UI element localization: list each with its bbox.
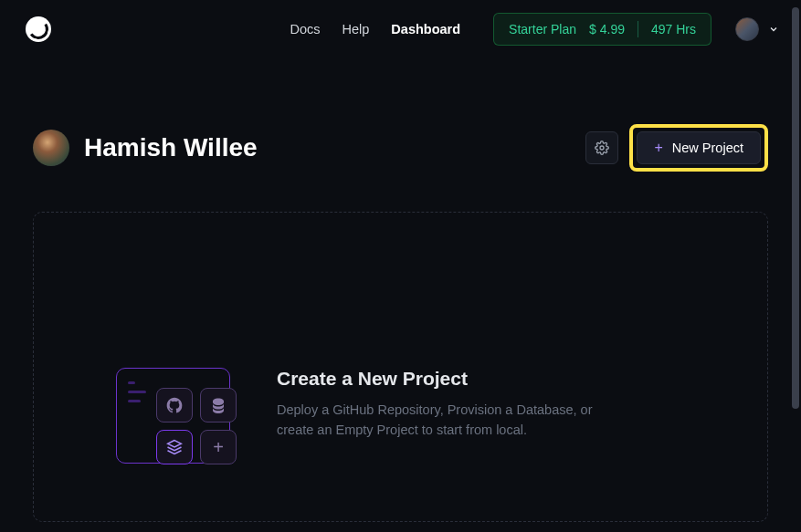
plus-icon: + [213, 437, 224, 458]
empty-title: Create a New Project [277, 368, 624, 390]
avatar [735, 17, 759, 41]
plan-price: $ 4.99 [589, 22, 625, 37]
page-title: Hamish Willee [84, 133, 258, 162]
nav-dashboard[interactable]: Dashboard [391, 22, 460, 37]
settings-button[interactable] [585, 131, 618, 164]
svg-marker-1 [168, 441, 182, 448]
empty-description: Deploy a GitHub Repository, Provision a … [277, 401, 624, 441]
new-project-label: New Project [672, 141, 743, 155]
github-icon [165, 396, 184, 414]
plan-hours: 497 Hrs [651, 22, 696, 37]
nav-docs[interactable]: Docs [290, 22, 320, 37]
plan-name: Starter Plan [509, 22, 576, 37]
main: Hamish Willee + New Project [0, 58, 801, 522]
new-project-button[interactable]: + New Project [637, 131, 761, 164]
user-menu[interactable] [735, 17, 779, 41]
plan-badge[interactable]: Starter Plan $ 4.99 497 Hrs [493, 13, 711, 46]
nav-links: Docs Help Dashboard [290, 22, 460, 37]
empty-state-panel: + Create a New Project Deploy a GitHub R… [33, 212, 768, 522]
empty-copy: Create a New Project Deploy a GitHub Rep… [277, 368, 624, 441]
gear-icon [595, 141, 609, 155]
empty-illustration: + [116, 368, 244, 473]
app-logo[interactable] [26, 16, 51, 42]
page-header: Hamish Willee + New Project [33, 124, 768, 172]
header-actions: + New Project [585, 124, 768, 172]
nav-help[interactable]: Help [343, 22, 370, 37]
chevron-down-icon [768, 24, 779, 35]
new-project-highlight: + New Project [629, 124, 768, 172]
svg-point-0 [600, 146, 604, 150]
topbar: Docs Help Dashboard Starter Plan $ 4.99 … [0, 0, 801, 58]
plan-separator [638, 21, 638, 37]
scrollbar[interactable] [792, 7, 799, 409]
database-icon [210, 397, 227, 413]
user-avatar-large [33, 130, 69, 166]
plus-icon: + [654, 141, 662, 155]
layers-icon [166, 439, 183, 455]
